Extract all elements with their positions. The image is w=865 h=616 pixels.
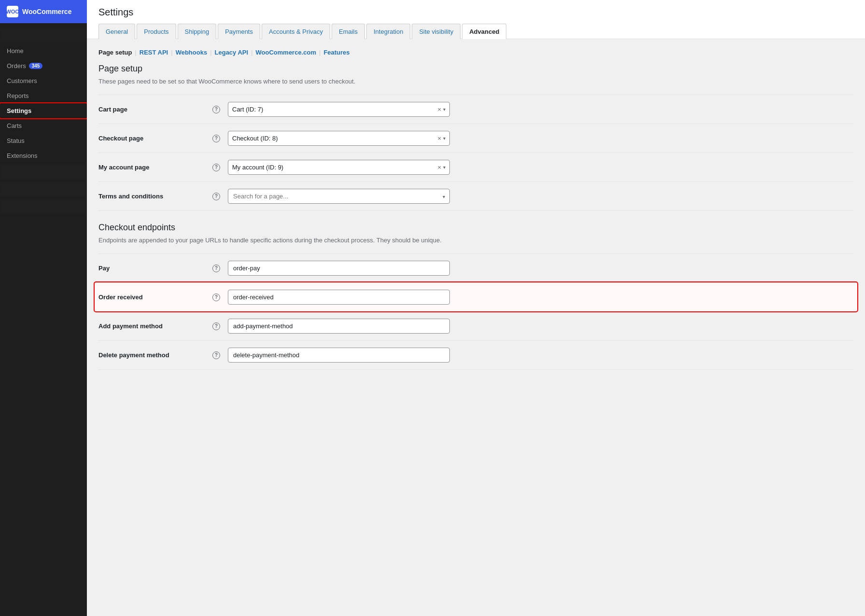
my-account-page-row: My account page ? My account (ID: 9) × ▾	[98, 153, 853, 182]
my-account-page-select[interactable]: My account (ID: 9) × ▾	[228, 160, 450, 175]
add-payment-method-input[interactable]	[228, 319, 450, 334]
sidebar-item-carts[interactable]: Carts	[0, 118, 87, 133]
checkout-endpoints-title: Checkout endpoints	[98, 223, 853, 233]
tab-integration[interactable]: Integration	[366, 24, 410, 39]
sidebar-item-orders[interactable]: Orders 345	[0, 58, 87, 73]
sidebar-item-extensions[interactable]: Extensions	[0, 148, 87, 163]
terms-search-wrapper: ▾	[228, 189, 450, 204]
tab-shipping[interactable]: Shipping	[178, 24, 217, 39]
extensions-label: Extensions	[7, 152, 38, 159]
delete-payment-method-help: ?	[210, 351, 222, 359]
page-title: Settings	[98, 7, 853, 24]
main-header: Settings General Products Shipping Payme…	[87, 0, 865, 39]
cart-page-row: Cart page ? Cart (ID: 7) × ▾	[98, 95, 853, 124]
sidebar-item-settings[interactable]: Settings	[0, 103, 87, 118]
sidebar-item-reports[interactable]: Reports	[0, 88, 87, 103]
add-payment-method-control	[228, 319, 853, 334]
sidebar: WOO WooCommerce Home Orders 345 Customer…	[0, 0, 87, 616]
subnav-page-setup[interactable]: Page setup	[98, 49, 132, 56]
subnav-legacy-api[interactable]: Legacy API	[215, 49, 249, 56]
tab-payments[interactable]: Payments	[218, 24, 260, 39]
settings-tabs: General Products Shipping Payments Accou…	[98, 24, 853, 39]
tab-accounts-privacy[interactable]: Accounts & Privacy	[262, 24, 330, 39]
tab-products[interactable]: Products	[137, 24, 176, 39]
delete-payment-method-control	[228, 348, 853, 363]
terms-help: ?	[210, 193, 222, 200]
carts-label: Carts	[7, 122, 22, 129]
checkout-page-actions: × ▾	[437, 135, 446, 142]
checkout-page-clear-icon[interactable]: ×	[437, 135, 441, 142]
home-label: Home	[7, 47, 24, 55]
reports-label: Reports	[7, 92, 29, 99]
delete-payment-method-row: Delete payment method ?	[98, 340, 853, 370]
subnav-sep-4: |	[251, 49, 252, 56]
checkout-endpoints-desc: Endpoints are appended to your page URLs…	[98, 237, 853, 244]
page-setup-title: Page setup	[98, 64, 853, 74]
sidebar-blurred-1	[0, 28, 87, 42]
my-account-page-clear-icon[interactable]: ×	[437, 164, 441, 171]
settings-label: Settings	[7, 107, 31, 114]
subnav-webhooks[interactable]: Webhooks	[176, 49, 208, 56]
subnav-sep-1: |	[135, 49, 136, 56]
sidebar-blurred-4	[0, 199, 87, 214]
terms-search-input[interactable]	[228, 189, 450, 204]
page-setup-desc: These pages need to be set so that WooCo…	[98, 78, 853, 85]
checkout-page-select[interactable]: Checkout (ID: 8) × ▾	[228, 131, 450, 146]
checkout-page-label: Checkout page	[98, 135, 205, 142]
order-received-control	[228, 290, 853, 305]
cart-page-help-icon[interactable]: ?	[212, 106, 220, 113]
my-account-page-arrow-icon: ▾	[443, 165, 446, 170]
sub-nav: Page setup | REST API | Webhooks | Legac…	[98, 49, 853, 56]
checkout-page-help-icon[interactable]: ?	[212, 135, 220, 142]
order-received-row: Order received ?	[95, 282, 857, 311]
cart-page-help: ?	[210, 106, 222, 113]
tab-general[interactable]: General	[98, 24, 135, 39]
sidebar-nav: Home Orders 345 Customers Reports Settin…	[0, 23, 87, 218]
cart-page-actions: × ▾	[437, 106, 446, 113]
my-account-page-help: ?	[210, 164, 222, 171]
terms-control: ▾	[228, 189, 853, 204]
customers-label: Customers	[7, 77, 37, 84]
orders-label: Orders	[7, 62, 26, 70]
subnav-features[interactable]: Features	[323, 49, 349, 56]
cart-page-clear-icon[interactable]: ×	[437, 106, 441, 113]
checkout-page-help: ?	[210, 135, 222, 142]
sidebar-blurred-2	[0, 165, 87, 179]
page-setup-section: Page setup These pages need to be set so…	[98, 64, 853, 211]
sidebar-brand[interactable]: WOO WooCommerce	[0, 0, 87, 23]
pay-help: ?	[210, 265, 222, 272]
terms-row: Terms and conditions ? ▾	[98, 182, 853, 211]
cart-page-select[interactable]: Cart (ID: 7) × ▾	[228, 102, 450, 117]
order-received-help: ?	[210, 294, 222, 301]
sidebar-item-status[interactable]: Status	[0, 133, 87, 148]
my-account-page-value: My account (ID: 9)	[232, 164, 437, 171]
pay-label: Pay	[98, 265, 205, 272]
tab-site-visibility[interactable]: Site visibility	[412, 24, 460, 39]
add-payment-method-label: Add payment method	[98, 322, 205, 330]
subnav-sep-3: |	[210, 49, 211, 56]
tab-advanced[interactable]: Advanced	[462, 24, 506, 39]
sidebar-blurred-3	[0, 182, 87, 196]
cart-page-control: Cart (ID: 7) × ▾	[228, 102, 853, 117]
checkout-page-arrow-icon: ▾	[443, 136, 446, 141]
terms-help-icon[interactable]: ?	[212, 193, 220, 200]
my-account-page-help-icon[interactable]: ?	[212, 164, 220, 171]
subnav-rest-api[interactable]: REST API	[140, 49, 168, 56]
subnav-woocommerce-com[interactable]: WooCommerce.com	[256, 49, 316, 56]
brand-label: WooCommerce	[22, 8, 71, 15]
subnav-sep-2: |	[171, 49, 172, 56]
sidebar-item-customers[interactable]: Customers	[0, 73, 87, 88]
checkout-page-value: Checkout (ID: 8)	[232, 135, 437, 142]
sidebar-item-home[interactable]: Home	[0, 43, 87, 58]
pay-input[interactable]	[228, 261, 450, 276]
delete-payment-method-help-icon[interactable]: ?	[212, 351, 220, 359]
delete-payment-method-label: Delete payment method	[98, 351, 205, 359]
order-received-help-icon[interactable]: ?	[212, 294, 220, 301]
order-received-input[interactable]	[228, 290, 450, 305]
tab-emails[interactable]: Emails	[332, 24, 365, 39]
delete-payment-method-input[interactable]	[228, 348, 450, 363]
add-payment-method-help-icon[interactable]: ?	[212, 322, 220, 330]
pay-help-icon[interactable]: ?	[212, 265, 220, 272]
cart-page-value: Cart (ID: 7)	[232, 106, 437, 113]
add-payment-method-help: ?	[210, 322, 222, 330]
